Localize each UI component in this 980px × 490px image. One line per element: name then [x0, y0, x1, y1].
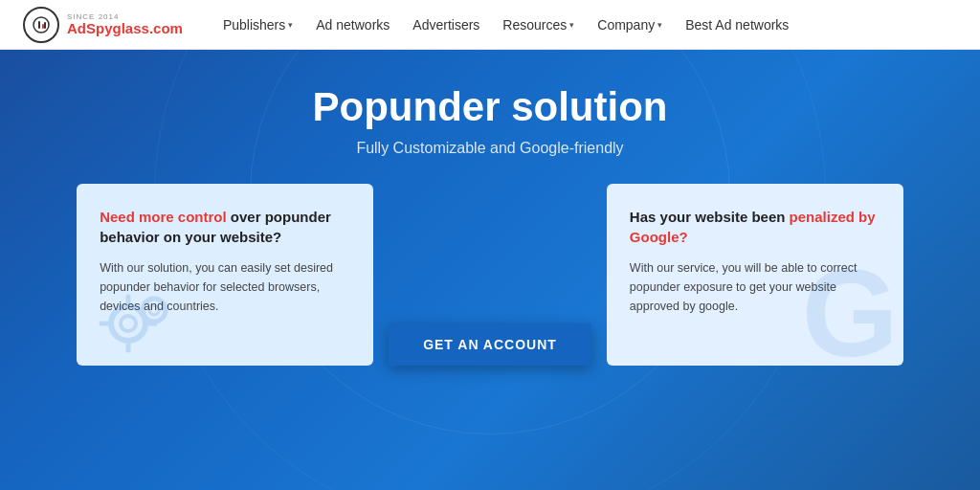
get-account-button[interactable]: GET AN ACCOUNT [389, 323, 591, 366]
logo-name: AdSpyglass.com [67, 21, 183, 35]
navbar: SINCE 2014 AdSpyglass.com Publishers ▾ A… [0, 0, 980, 50]
svg-point-5 [121, 316, 136, 331]
svg-rect-2 [42, 24, 44, 29]
nav-label-company: Company [597, 17, 655, 33]
chevron-down-icon: ▾ [569, 20, 574, 30]
nav-label-best-ad-networks: Best Ad networks [685, 17, 789, 33]
card-right-body: With our service, you will be able to co… [630, 258, 880, 316]
nav-item-publishers[interactable]: Publishers ▾ [213, 11, 302, 38]
cards-section: Need more control over popunder behavior… [77, 184, 903, 366]
svg-rect-1 [38, 21, 40, 29]
gear-icon [92, 281, 188, 358]
logo-icon [23, 7, 59, 43]
card-left-heading: Need more control over popunder behavior… [100, 207, 350, 247]
logo[interactable]: SINCE 2014 AdSpyglass.com [23, 7, 183, 43]
card-right-heading: Has your website been penalized by Googl… [630, 207, 880, 247]
nav-item-resources[interactable]: Resources ▾ [493, 11, 584, 38]
nav-label-resources: Resources [502, 17, 567, 33]
hero-section: Popunder solution Fully Customizable and… [0, 50, 980, 490]
logo-text: SINCE 2014 AdSpyglass.com [67, 13, 183, 35]
nav-item-company[interactable]: Company ▾ [588, 11, 672, 38]
nav-links: Publishers ▾ Ad networks Advertisers Res… [213, 11, 798, 38]
hero-title: Popunder solution [313, 84, 668, 130]
svg-rect-3 [44, 22, 46, 29]
card-left: Need more control over popunder behavior… [77, 184, 373, 366]
nav-label-publishers: Publishers [223, 17, 285, 33]
svg-point-7 [149, 305, 159, 315]
nav-item-best-ad-networks[interactable]: Best Ad networks [676, 11, 798, 38]
svg-point-6 [143, 299, 166, 322]
chevron-down-icon: ▾ [288, 20, 293, 30]
cards-row: Need more control over popunder behavior… [77, 184, 903, 366]
chevron-down-icon: ▾ [657, 20, 662, 30]
nav-item-adnetworks[interactable]: Ad networks [306, 11, 399, 38]
card-right: Has your website been penalized by Googl… [607, 184, 903, 366]
svg-point-0 [33, 17, 49, 33]
nav-label-advertisers: Advertisers [412, 17, 479, 33]
nav-label-adnetworks: Ad networks [316, 17, 390, 33]
nav-item-advertisers[interactable]: Advertisers [403, 11, 489, 38]
hero-subtitle: Fully Customizable and Google-friendly [356, 140, 623, 157]
